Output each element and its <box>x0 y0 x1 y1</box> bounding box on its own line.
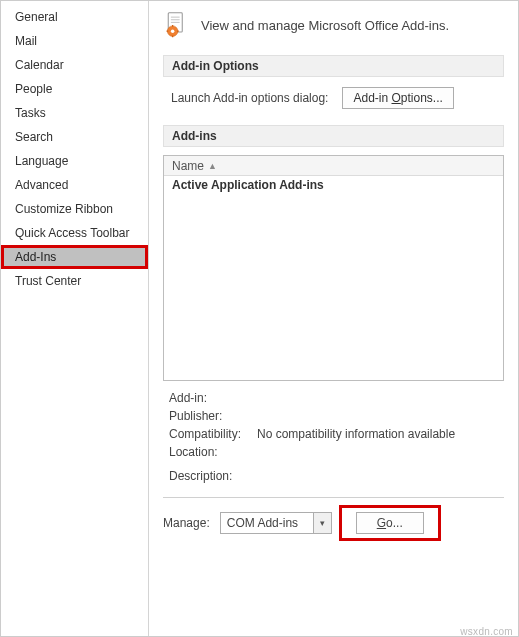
manage-label: Manage: <box>163 516 210 530</box>
page-document-gear-icon <box>163 11 191 39</box>
addins-list-body[interactable]: Active Application Add-ins <box>164 176 503 380</box>
go-button[interactable]: Go... <box>356 512 424 534</box>
sidebar-item-quick-access-toolbar[interactable]: Quick Access Toolbar <box>1 221 148 245</box>
manage-bar: Manage: COM Add-ins ▾ Go... <box>163 497 504 538</box>
manage-select-value: COM Add-ins <box>221 514 313 532</box>
sidebar-item-language[interactable]: Language <box>1 149 148 173</box>
detail-publisher-label: Publisher: <box>169 407 251 425</box>
go-button-highlight: Go... <box>342 508 438 538</box>
addins-list: Name ▲ Active Application Add-ins <box>163 155 504 381</box>
column-name-header: Name <box>172 159 204 173</box>
detail-compat-label: Compatibility: <box>169 425 251 443</box>
addins-group-active: Active Application Add-ins <box>164 176 503 194</box>
sidebar-item-general[interactable]: General <box>1 5 148 29</box>
sidebar-item-advanced[interactable]: Advanced <box>1 173 148 197</box>
svg-point-5 <box>171 29 175 33</box>
launch-label: Launch Add-in options dialog: <box>171 91 328 105</box>
addin-details: Add-in: Publisher: Compatibility: No com… <box>163 387 504 491</box>
detail-location-label: Location: <box>169 443 251 461</box>
detail-compat-value: No compatibility information available <box>257 425 455 443</box>
main-panel: View and manage Microsoft Office Add-ins… <box>149 1 518 636</box>
sidebar-item-search[interactable]: Search <box>1 125 148 149</box>
addin-options-button[interactable]: Add-in Options... <box>342 87 453 109</box>
manage-select[interactable]: COM Add-ins ▾ <box>220 512 332 534</box>
detail-description-label: Description: <box>169 467 251 485</box>
sort-asc-icon: ▲ <box>208 161 217 171</box>
sidebar-item-trust-center[interactable]: Trust Center <box>1 269 148 293</box>
sidebar-item-customize-ribbon[interactable]: Customize Ribbon <box>1 197 148 221</box>
sidebar-item-add-ins[interactable]: Add-Ins <box>1 245 148 269</box>
launch-row: Launch Add-in options dialog: Add-in Opt… <box>163 85 504 121</box>
sidebar-item-people[interactable]: People <box>1 77 148 101</box>
chevron-down-icon: ▾ <box>313 513 331 533</box>
header-row: View and manage Microsoft Office Add-ins… <box>163 11 504 39</box>
detail-addin-label: Add-in: <box>169 389 251 407</box>
sidebar-item-calendar[interactable]: Calendar <box>1 53 148 77</box>
section-addins: Add-ins <box>163 125 504 147</box>
sidebar-nav: General Mail Calendar People Tasks Searc… <box>1 1 149 636</box>
sidebar-item-mail[interactable]: Mail <box>1 29 148 53</box>
addins-list-header[interactable]: Name ▲ <box>164 156 503 176</box>
section-addin-options: Add-in Options <box>163 55 504 77</box>
sidebar-item-tasks[interactable]: Tasks <box>1 101 148 125</box>
page-title: View and manage Microsoft Office Add-ins… <box>201 18 449 33</box>
